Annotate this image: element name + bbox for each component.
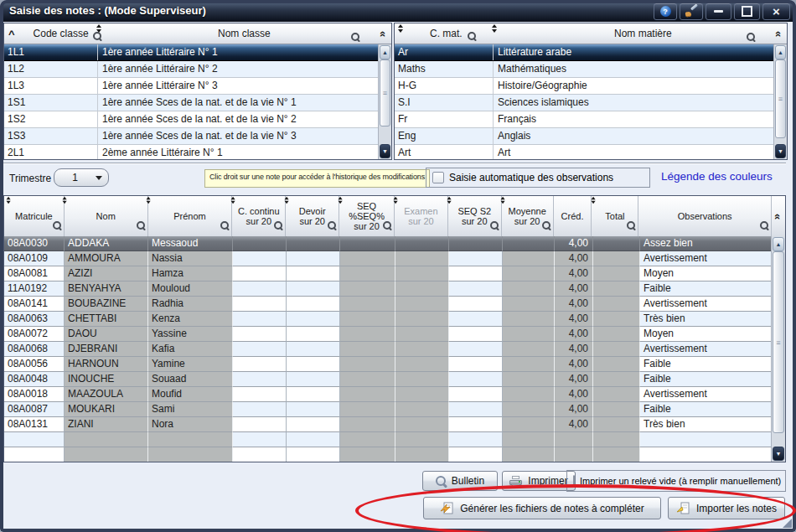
grade-cell-c_continu[interactable]: [233, 236, 287, 251]
search-icon[interactable]: [328, 221, 336, 230]
grade-cell-c_continu[interactable]: [233, 372, 287, 387]
search-icon[interactable]: [351, 33, 359, 41]
search-icon[interactable]: [53, 221, 61, 230]
grade-cell-observations[interactable]: Très bien: [640, 312, 773, 327]
grades-header-cred[interactable]: Créd.: [554, 196, 592, 236]
grades-header-observations[interactable]: Observations: [638, 196, 772, 236]
search-icon[interactable]: [747, 33, 755, 41]
grade-cell-observations[interactable]: Avertissement: [640, 251, 773, 266]
grade-cell-devoir[interactable]: [287, 342, 340, 357]
grade-cell-observations[interactable]: Très bien: [640, 417, 773, 432]
grades-table-scrollbar[interactable]: ▲ ≡ ▼: [771, 236, 785, 462]
grade-cell-seq_s2[interactable]: [449, 327, 503, 342]
grade-cell-seq_s2[interactable]: [449, 402, 503, 417]
search-icon[interactable]: [137, 221, 145, 230]
grade-cell-devoir[interactable]: [287, 327, 340, 342]
grade-cell-c_continu[interactable]: [233, 281, 287, 297]
grade-cell-seq_s2[interactable]: [449, 417, 503, 432]
grade-cell-seq_s2[interactable]: [449, 281, 503, 297]
grade-cell-c_continu[interactable]: [233, 266, 287, 281]
subject-row[interactable]: FrFrançais: [395, 111, 774, 128]
collapse-double-chevron-icon[interactable]: «: [377, 31, 390, 37]
subject-row[interactable]: ArtArt: [395, 145, 774, 159]
generer-fichiers-button[interactable]: Générer les fichiers de notes à compléte…: [423, 497, 661, 519]
grade-cell-observations[interactable]: Avertissement: [640, 297, 773, 312]
subject-row[interactable]: MathsMathématiques: [395, 61, 774, 78]
class-row[interactable]: 2L12ème année Littéraire N° 1: [4, 145, 379, 159]
search-icon[interactable]: [627, 221, 635, 230]
scroll-up-button[interactable]: ▲: [773, 237, 784, 251]
grade-cell-seq_s2[interactable]: [449, 297, 503, 312]
grade-cell-c_continu[interactable]: [233, 327, 287, 342]
minimize-button[interactable]: [706, 3, 731, 20]
grade-cell-c_continu[interactable]: [233, 297, 287, 312]
grade-cell-c_continu[interactable]: [233, 417, 287, 432]
grades-row[interactable]: 08A0063CHETTABIKenza4,00Très bien: [4, 312, 773, 327]
resize-grip[interactable]: [783, 519, 792, 528]
subject-row[interactable]: EngAnglais: [395, 128, 774, 145]
grade-cell-seq_s2[interactable]: [449, 357, 503, 372]
grade-cell-seq_s2[interactable]: [449, 342, 503, 357]
search-icon[interactable]: [490, 221, 499, 230]
grades-row[interactable]: 08A0056HARNOUNYamine4,00Faible: [4, 357, 773, 372]
scroll-down-button[interactable]: ▼: [380, 144, 390, 158]
importer-notes-button[interactable]: Importer les notes: [668, 497, 785, 519]
subject-name-header[interactable]: Nom matière: [614, 28, 672, 39]
theme-brush-button[interactable]: [680, 3, 703, 20]
grades-header-devoir[interactable]: Devoirsur 20: [286, 196, 339, 236]
collapse-double-chevron-icon[interactable]: «: [772, 213, 784, 219]
grade-cell-observations[interactable]: Avertissement: [640, 342, 773, 357]
grade-cell-observations[interactable]: Faible: [640, 402, 773, 417]
grade-cell-c_continu[interactable]: [233, 357, 287, 372]
help-button[interactable]: ?: [654, 3, 677, 20]
grades-header-nom[interactable]: Nom: [65, 196, 148, 236]
grade-cell-devoir[interactable]: [287, 266, 340, 281]
grades-row[interactable]: 08A0081AZIZIHamza4,00Moyen: [4, 266, 773, 281]
subject-row[interactable]: H-GHistoire/Géographie: [395, 78, 774, 95]
class-name-header[interactable]: Nom classe: [218, 28, 271, 39]
grade-cell-c_continu[interactable]: [233, 251, 287, 266]
grades-header-seq_s2[interactable]: SEQ S2sur 20: [448, 196, 502, 236]
grades-header-moyenne[interactable]: Moyennesur 20: [502, 196, 554, 236]
trimestre-select[interactable]: 1: [54, 168, 109, 187]
grade-cell-observations[interactable]: Moyen: [640, 327, 773, 342]
class-row[interactable]: 1S21ère année Sces de la nat. et de la v…: [4, 111, 379, 128]
subject-table-scrollbar[interactable]: ▲ ≡ ▼: [773, 44, 787, 159]
class-row[interactable]: 1L21ère année Littéraire N° 2: [4, 61, 379, 78]
search-icon[interactable]: [542, 221, 550, 230]
grade-cell-devoir[interactable]: [287, 387, 340, 402]
scroll-down-button[interactable]: ▼: [773, 447, 784, 461]
grade-cell-devoir[interactable]: [287, 312, 340, 327]
scrollbar-thumb[interactable]: ≡: [380, 59, 390, 127]
search-icon[interactable]: [274, 221, 282, 230]
scroll-up-button[interactable]: ▲: [380, 45, 390, 59]
grade-cell-devoir[interactable]: [287, 236, 340, 251]
search-icon[interactable]: [383, 221, 391, 230]
legend-link[interactable]: Légende des couleurs: [661, 170, 773, 183]
collapse-double-chevron-icon[interactable]: «: [773, 31, 785, 37]
bulletin-button[interactable]: Bulletin: [422, 471, 498, 491]
grade-cell-seq_s2[interactable]: [449, 251, 503, 266]
auto-observations-checkbox[interactable]: [432, 172, 444, 183]
grade-cell-seq_s2[interactable]: [449, 236, 503, 251]
grades-row[interactable]: 08A0018MAAZOULAMoufid4,00Avertissement: [4, 387, 773, 402]
class-table-scrollbar[interactable]: ▲ ≡ ▼: [378, 44, 391, 159]
class-row[interactable]: 1L31ère année Littéraire N° 3: [4, 78, 379, 95]
grade-cell-observations[interactable]: Moyen: [640, 266, 773, 281]
grade-cell-observations[interactable]: Avertissement: [640, 387, 773, 402]
scrollbar-thumb[interactable]: ≡: [773, 251, 784, 433]
grades-row[interactable]: 08A0068DJEBRANIKafia4,00Avertissement: [4, 342, 773, 357]
grades-row[interactable]: 08A0030ADDAKAMessaoud4,00Assez bien: [4, 236, 773, 251]
grades-row[interactable]: 08A0141BOUBAZINERadhia4,00Avertissement: [4, 297, 773, 312]
subject-row[interactable]: ArLittérature arabe: [395, 44, 774, 61]
class-row[interactable]: 1S11ère année Sces de la nat. et de la v…: [4, 95, 379, 111]
grade-cell-devoir[interactable]: [287, 402, 340, 417]
grade-cell-observations[interactable]: Faible: [640, 372, 773, 387]
subject-row[interactable]: S.ISciences islamiques: [395, 95, 774, 111]
grades-header-examen[interactable]: Examensur 20: [395, 196, 448, 236]
class-row[interactable]: 1S31ère année Sces de la nat. et de la v…: [4, 128, 379, 145]
grade-cell-devoir[interactable]: [287, 281, 340, 297]
grade-cell-c_continu[interactable]: [233, 402, 287, 417]
grades-header-seq[interactable]: SEQ%SEQ%sur 20: [339, 196, 395, 236]
grade-cell-c_continu[interactable]: [233, 387, 287, 402]
